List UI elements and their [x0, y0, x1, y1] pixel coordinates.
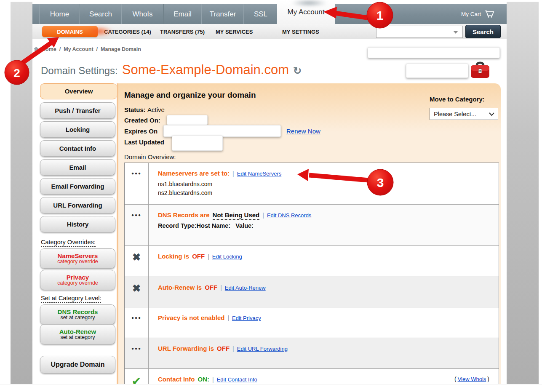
tab-ssl[interactable]: SSL [243, 4, 278, 24]
dns-record-headers: Record Type:Host Name: Value: [158, 222, 490, 229]
separator: | [232, 345, 234, 352]
subnav-my-services[interactable]: MY SERVICES [216, 29, 253, 35]
locking-off-status: OFF [192, 253, 205, 260]
edit-auto-renew-link[interactable]: Edit Auto-Renew [225, 285, 266, 291]
sidebar-item-email[interactable]: Email [40, 159, 115, 176]
cart-icon [484, 10, 494, 18]
table-row-dns-records: ●●● DNS Records are Not Being Used | Edi… [125, 204, 499, 245]
table-row-nameservers: ●●● Nameservers are set to: | Edit NameS… [125, 163, 499, 204]
renew-now-link[interactable]: Renew Now [286, 128, 320, 135]
category-overrides-label: Category Overrides: [41, 239, 96, 247]
separator: | [227, 315, 229, 321]
redacted-box [406, 64, 468, 78]
tab-whois[interactable]: WhoIs [121, 4, 164, 24]
sidebar-item-dns-records-category[interactable]: DNS Records set at category [40, 304, 115, 325]
upgrade-domain-button[interactable]: Upgrade Domain [40, 356, 115, 373]
sidebar-item-url-forwarding[interactable]: URL Forwarding [40, 197, 115, 213]
view-whois-link[interactable]: View Whois [458, 376, 486, 382]
status-label: Status: [124, 106, 146, 113]
nameservers-override-title: NameServers [58, 253, 98, 259]
dots-icon: ●●● [131, 346, 142, 368]
dropdown-arrow-icon [453, 31, 458, 34]
domain-settings-label: Domain Settings: [41, 65, 118, 77]
table-row-privacy: ●●● Privacy is not enabled | Edit Privac… [125, 307, 499, 338]
breadcrumb-separator: / [59, 46, 61, 52]
url-forwarding-label: URL Forwarding is [158, 345, 214, 352]
my-cart-label: My Cart [461, 11, 481, 17]
separator: | [220, 284, 222, 291]
status-line: Status: Active [124, 106, 165, 113]
domain-search-combobox[interactable] [376, 26, 463, 38]
paren-open: ( [454, 376, 457, 382]
domain-settings-page: Home Search WhoIs Email Transfer SSL My … [0, 0, 542, 392]
separator: | [262, 212, 264, 219]
auto-renew-off-status: OFF [205, 284, 217, 291]
auto-renew-title: Auto-Renew [59, 328, 96, 335]
search-button[interactable]: Search [465, 25, 501, 38]
dots-icon: ●●● [131, 213, 142, 245]
url-forwarding-off-status: OFF [217, 345, 230, 352]
nameservers-override-subtitle: category override [57, 259, 98, 264]
dns-records-title: DNS Records [58, 309, 98, 315]
redaction-smudge-domains-count [86, 27, 112, 36]
created-on-line: Created On: [124, 117, 160, 124]
status-value: Active [147, 106, 165, 113]
sidebar-item-history[interactable]: History [40, 216, 115, 232]
expires-on-line: Expires On [124, 128, 158, 135]
auto-renew-subtitle: set at category [61, 335, 95, 340]
tab-home[interactable]: Home [39, 4, 80, 24]
sidebar-item-auto-renew-category[interactable]: Auto-Renew set at category [40, 324, 115, 344]
edit-dns-records-link[interactable]: Edit DNS Records [267, 212, 311, 219]
sidebar-item-locking[interactable]: Locking [40, 121, 115, 138]
redacted-expiry-date [163, 125, 281, 137]
edit-privacy-link[interactable]: Edit Privacy [232, 315, 261, 321]
set-at-category-label: Set at Category Level: [41, 295, 101, 303]
chevron-down-icon [489, 112, 494, 116]
tab-transfer[interactable]: Transfer [201, 4, 244, 24]
domain-overview-table: ●●● Nameservers are set to: | Edit NameS… [124, 163, 499, 392]
separator: | [232, 170, 234, 177]
window-margin-left [11, 2, 32, 384]
breadcrumb-home[interactable]: Home [42, 46, 56, 52]
subnav-my-settings[interactable]: MY SETTINGS [282, 29, 319, 35]
sidebar-item-nameservers-override[interactable]: NameServers category override [40, 248, 115, 269]
refresh-icon[interactable]: ↻ [293, 65, 302, 77]
sidebar-item-contact-info[interactable]: Contact Info [40, 140, 115, 157]
locking-label: Locking is [158, 253, 189, 260]
edit-nameservers-link[interactable]: Edit NameServers [237, 171, 281, 177]
privacy-label: Privacy is not enabled [158, 314, 224, 321]
nameserver-2: ns2.bluestardns.com [158, 189, 490, 197]
toolbox-icon[interactable] [470, 61, 490, 79]
tab-email[interactable]: Email [163, 4, 202, 24]
my-cart-button[interactable]: My Cart [461, 10, 494, 18]
sidebar-item-email-forwarding[interactable]: Email Forwarding [40, 178, 115, 195]
sidebar-item-privacy-override[interactable]: Privacy category override [40, 270, 115, 290]
dns-not-used-label: Not Being Used [213, 211, 260, 220]
x-icon: ✖ [132, 251, 141, 277]
tab-search[interactable]: Search [79, 4, 122, 24]
table-row-auto-renew: ✖ Auto-Renew is OFF | Edit Auto-Renew [125, 277, 499, 307]
table-row-locking: ✖ Locking is OFF | Edit Locking [125, 245, 499, 277]
sidebar-item-overview[interactable]: Overview [40, 83, 117, 99]
redacted-created-date [167, 115, 208, 125]
nameserver-1: ns1.bluestardns.com [158, 180, 490, 189]
sidebar-item-push-transfer[interactable]: Push / Transfer [40, 102, 115, 119]
domain-name: Some-Example-Domain.com [122, 62, 289, 77]
category-select-value: Please Select... [434, 111, 476, 117]
edit-contact-info-link[interactable]: Edit Contact Info [217, 376, 257, 383]
edit-locking-link[interactable]: Edit Locking [212, 253, 242, 260]
redacted-updated-date [172, 136, 223, 151]
dots-icon: ●●● [131, 315, 142, 338]
breadcrumb-my-account[interactable]: My Account [64, 46, 93, 52]
contact-info-on-status: ON: [198, 376, 210, 383]
nameservers-label: Nameservers are set to: [158, 170, 230, 177]
dots-icon: ●●● [131, 171, 142, 204]
move-to-category-label: Move to Category: [430, 96, 485, 103]
subnav-transfers[interactable]: TRANSFERS (75) [160, 29, 205, 35]
dns-records-subtitle: set at category [61, 315, 95, 320]
separator: | [208, 253, 209, 260]
edit-url-forwarding-link[interactable]: Edit URL Forwarding [237, 346, 288, 352]
category-select[interactable]: Please Select... [430, 108, 498, 120]
top-navigation-bar: Home Search WhoIs Email Transfer SSL My … [32, 4, 507, 24]
breadcrumb: Home / My Account / Manage Domain [34, 46, 141, 52]
